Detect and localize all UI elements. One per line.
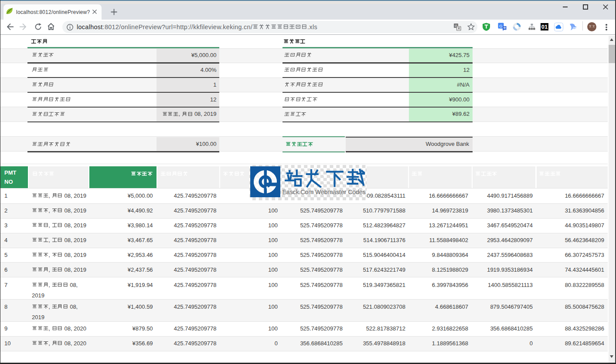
svg-text:G: G <box>499 24 502 28</box>
